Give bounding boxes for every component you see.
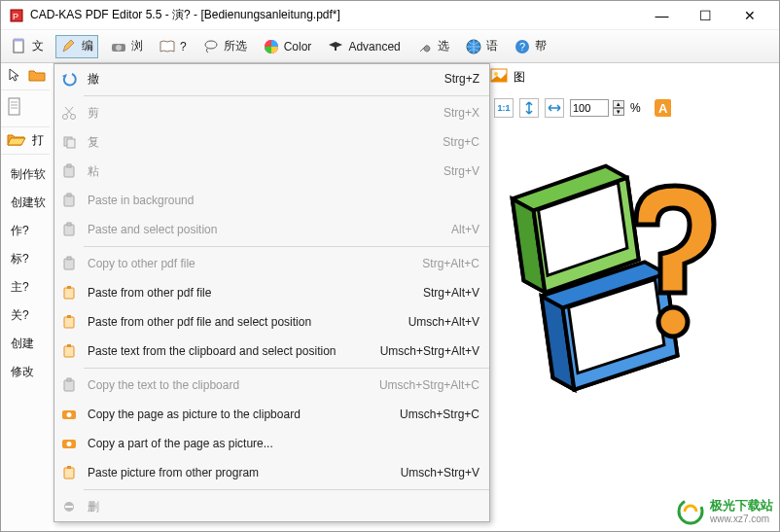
svg-rect-46 bbox=[65, 506, 73, 508]
open-row: 打 bbox=[1, 127, 50, 155]
cut-icon bbox=[54, 105, 84, 121]
svg-point-16 bbox=[494, 72, 498, 76]
svg-rect-30 bbox=[67, 257, 71, 260]
svg-text:A: A bbox=[658, 101, 668, 116]
watermark-url: www.xz7.com bbox=[710, 514, 773, 524]
menu-copy-part[interactable]: Copy a part of the page as picture... bbox=[54, 429, 489, 458]
svg-rect-31 bbox=[64, 288, 74, 299]
menu-copy[interactable]: 复 Strg+C bbox=[54, 127, 489, 157]
list-item[interactable]: 关? bbox=[11, 301, 46, 330]
folder-orange-icon[interactable] bbox=[28, 67, 46, 86]
svg-rect-11 bbox=[9, 98, 19, 115]
tab-tu[interactable]: 图 bbox=[490, 63, 525, 90]
zoom-stepper[interactable]: ▴▾ bbox=[613, 100, 624, 116]
svg-rect-29 bbox=[64, 259, 74, 269]
svg-text:P: P bbox=[13, 12, 18, 21]
menu-paste[interactable]: 粘 Strg+V bbox=[54, 157, 489, 186]
menu-copy-page[interactable]: Copy the page as picture to the clipboar… bbox=[54, 400, 489, 429]
tab-tu-label: 图 bbox=[514, 69, 525, 86]
list-item[interactable]: 创建 bbox=[11, 330, 46, 358]
watermark: 极光下载站 www.xz7.com bbox=[677, 498, 773, 525]
menu-delete[interactable]: 删 bbox=[54, 492, 489, 521]
menu-paste-pos[interactable]: Paste and select position Alt+V bbox=[54, 215, 489, 244]
window-buttons: — ☐ ✕ bbox=[640, 2, 771, 29]
menu-undo[interactable]: 撤 Strg+Z bbox=[54, 64, 489, 93]
watermark-logo-icon bbox=[677, 498, 704, 525]
folder-open-icon[interactable] bbox=[7, 131, 26, 150]
svg-point-49 bbox=[658, 307, 688, 337]
undo-icon bbox=[54, 70, 84, 88]
svg-rect-7 bbox=[335, 47, 337, 51]
zoom-cluster: 1:1 ▴▾ % A bbox=[490, 92, 676, 124]
separator bbox=[84, 368, 489, 369]
menu-color[interactable]: Color bbox=[259, 36, 316, 57]
fit-11-icon[interactable]: 1:1 bbox=[494, 98, 514, 118]
menu-copy-other[interactable]: Copy to other pdf file Strg+Alt+C bbox=[54, 249, 489, 278]
menu-paste-bg[interactable]: Paste in background bbox=[54, 186, 489, 215]
clipboard-orange-icon bbox=[54, 343, 84, 359]
list-item[interactable]: 主? bbox=[11, 273, 46, 301]
menu-language[interactable]: 语 bbox=[461, 36, 502, 57]
menu-view[interactable]: 浏 bbox=[106, 36, 147, 57]
separator bbox=[84, 489, 489, 490]
file-icon bbox=[11, 38, 28, 55]
camera-orange-icon bbox=[54, 437, 84, 450]
clipboard-orange-icon bbox=[54, 465, 84, 480]
minimize-button[interactable]: — bbox=[640, 2, 684, 29]
close-button[interactable]: ✕ bbox=[727, 2, 771, 29]
menu-help-book[interactable]: ? bbox=[155, 36, 191, 57]
lasso-icon bbox=[202, 38, 220, 55]
list-item[interactable]: 制作软 bbox=[11, 160, 46, 189]
menu-cut[interactable]: 剪 Strg+X bbox=[54, 98, 489, 127]
svg-rect-43 bbox=[64, 468, 74, 479]
left-column: 打 制作软 创建软 作? 标? 主? 关? 创建 修改 bbox=[1, 63, 50, 531]
fit-height-icon[interactable] bbox=[519, 98, 539, 118]
pointer-icon[interactable] bbox=[7, 67, 22, 86]
menu-paste-text[interactable]: Paste text from the clipboard and select… bbox=[54, 337, 489, 366]
watermark-brand: 极光下载站 bbox=[710, 499, 773, 513]
list-item[interactable]: 创建软 bbox=[11, 189, 46, 217]
list-item[interactable]: 作? bbox=[11, 217, 46, 245]
svg-rect-28 bbox=[67, 223, 71, 226]
menu-copy-text[interactable]: Copy the text to the clipboard Umsch+Str… bbox=[54, 371, 489, 400]
svg-point-42 bbox=[67, 442, 72, 446]
menu-edit[interactable]: 编 bbox=[55, 35, 98, 58]
svg-point-20 bbox=[71, 115, 76, 120]
doc-icon[interactable] bbox=[7, 97, 22, 120]
menu-file[interactable]: 文 bbox=[7, 36, 48, 57]
maximize-button[interactable]: ☐ bbox=[684, 2, 727, 29]
image-tab-icon bbox=[490, 68, 508, 87]
menu-paste-from[interactable]: Paste from other pdf file Strg+Alt+V bbox=[54, 278, 489, 307]
menu-paste-from-pos[interactable]: Paste from other pdf file and select pos… bbox=[54, 307, 489, 337]
separator bbox=[84, 95, 489, 96]
zoom-input[interactable] bbox=[570, 99, 609, 117]
svg-point-19 bbox=[63, 115, 68, 120]
svg-rect-37 bbox=[64, 380, 74, 391]
menu-advanced[interactable]: Advanced bbox=[323, 36, 404, 57]
svg-rect-27 bbox=[64, 225, 74, 235]
menu-help[interactable]: ? 帮 bbox=[510, 36, 550, 57]
fit-width-icon[interactable] bbox=[545, 98, 564, 118]
svg-point-50 bbox=[679, 500, 702, 523]
camera-icon bbox=[110, 38, 127, 55]
paste-icon bbox=[54, 163, 84, 179]
percent-label: % bbox=[630, 101, 641, 115]
list-item[interactable]: 修改 bbox=[11, 358, 46, 386]
edit-menu-dropdown: 撤 Strg+Z 剪 Strg+X 复 Strg+C 粘 Strg+V Past… bbox=[53, 63, 490, 522]
copy-icon bbox=[54, 134, 84, 150]
svg-rect-23 bbox=[64, 166, 74, 177]
menu-paste-pic[interactable]: Paste picture from other program Umsch+S… bbox=[54, 458, 489, 487]
clipboard-icon bbox=[54, 377, 84, 393]
paste-bg-icon bbox=[54, 193, 84, 208]
svg-rect-32 bbox=[67, 286, 71, 289]
svg-text:?: ? bbox=[519, 41, 525, 53]
clipboard-orange-icon bbox=[54, 285, 84, 301]
svg-point-5 bbox=[205, 41, 217, 49]
text-a-icon[interactable]: A bbox=[653, 98, 672, 118]
document-illustration bbox=[490, 152, 733, 405]
globe-icon bbox=[465, 38, 482, 55]
menu-comment[interactable]: 所选 bbox=[198, 36, 251, 57]
menu-options[interactable]: 选 bbox=[412, 36, 453, 57]
svg-rect-44 bbox=[67, 466, 71, 469]
list-item[interactable]: 标? bbox=[11, 245, 46, 273]
